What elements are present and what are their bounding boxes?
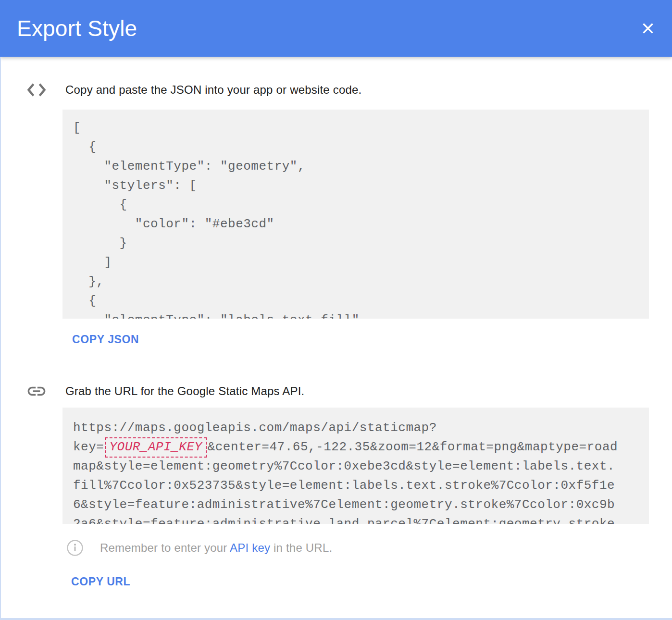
code-icon xyxy=(26,82,47,98)
url-after-key: &center=47.65,-122.35&zoom=12&format=png… xyxy=(208,440,618,454)
url-key-prefix: key= xyxy=(73,440,104,454)
url-instruction: Grab the URL for the Google Static Maps … xyxy=(65,384,304,398)
export-style-dialog: Export Style Copy and paste the JSON int… xyxy=(0,0,672,620)
url-section-header: Grab the URL for the Google Static Maps … xyxy=(26,380,304,403)
copy-json-button[interactable]: COPY JSON xyxy=(72,333,139,346)
dialog-titlebar: Export Style xyxy=(0,0,672,57)
link-icon xyxy=(26,380,47,402)
api-key-note: Remember to enter your API key in the UR… xyxy=(67,540,332,556)
note-text: Remember to enter your API key in the UR… xyxy=(100,541,332,555)
api-key-placeholder: YOUR_API_KEY xyxy=(105,437,206,458)
dialog-title: Export Style xyxy=(17,15,137,41)
info-icon xyxy=(67,540,83,556)
page-left-edge xyxy=(0,57,1,618)
url-code-block[interactable]: https://maps.googleapis.com/maps/api/sta… xyxy=(62,408,649,524)
url-line: https://maps.googleapis.com/maps/api/sta… xyxy=(73,418,638,437)
json-section-header: Copy and paste the JSON into your app or… xyxy=(26,78,361,101)
close-button[interactable] xyxy=(640,20,656,37)
page-bottom-edge xyxy=(0,618,672,620)
url-lines: map&style=element:geometry%7Ccolor:0xebe… xyxy=(73,457,638,524)
close-icon xyxy=(640,21,656,36)
api-key-link[interactable]: API key xyxy=(230,541,270,554)
json-instruction: Copy and paste the JSON into your app or… xyxy=(65,83,361,97)
url-line-with-key: key=YOUR_API_KEY&center=47.65,-122.35&zo… xyxy=(73,437,638,457)
copy-url-button[interactable]: COPY URL xyxy=(71,575,130,588)
json-code-block[interactable]: [ { "elementType": "geometry", "stylers"… xyxy=(62,110,649,319)
